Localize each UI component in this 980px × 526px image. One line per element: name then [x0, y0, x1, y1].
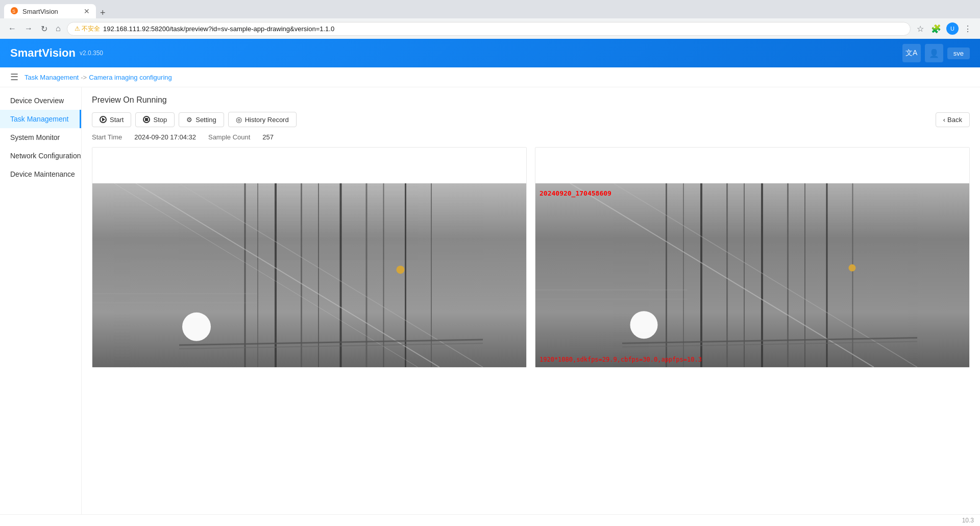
- right-video-frame: 20240920_170458609 1920*1080,sdkfps=29.9…: [535, 183, 969, 367]
- sidebar-label-device-maintenance: Device Maintenance: [10, 170, 75, 178]
- svg-rect-3: [244, 183, 246, 367]
- sidebar: Device Overview Task Management System M…: [0, 87, 82, 514]
- user-icon-btn[interactable]: 👤: [925, 44, 943, 62]
- svg-rect-23: [535, 183, 969, 367]
- stop-button[interactable]: Stop: [135, 112, 175, 127]
- forward-nav-btn[interactable]: →: [22, 22, 35, 35]
- video-grid: 20240920_170458609 1920*1080,sdkfps=29.9…: [92, 147, 970, 368]
- svg-rect-5: [275, 183, 277, 367]
- tab-close-btn[interactable]: ✕: [84, 7, 90, 15]
- stop-icon: [143, 116, 150, 123]
- header-actions: 文A 👤 sve: [902, 44, 970, 62]
- setting-button[interactable]: ⚙ Setting: [179, 112, 224, 127]
- security-indicator: ⚠ 不安全: [75, 25, 100, 33]
- svg-point-37: [630, 311, 658, 339]
- history-label: History Record: [245, 116, 289, 124]
- sample-count-label: Sample Count: [208, 133, 250, 141]
- right-video-panel: 20240920_170458609 1920*1080,sdkfps=29.9…: [535, 147, 970, 368]
- svg-rect-26: [700, 183, 702, 367]
- browser-chrome: S SmartVision ✕ + ← → ↻ ⌂ ⚠ 不安全 192.168.…: [0, 0, 980, 39]
- extension-btn[interactable]: 🧩: [929, 22, 943, 36]
- sidebar-item-device-overview[interactable]: Device Overview: [0, 91, 81, 110]
- reload-btn[interactable]: ↻: [39, 22, 50, 36]
- start-time-value: 2024-09-20 17:04:32: [134, 133, 196, 141]
- sidebar-item-system-monitor[interactable]: System Monitor: [0, 128, 81, 147]
- left-video-panel: [92, 147, 527, 368]
- tab-bar: S SmartVision ✕ +: [0, 0, 980, 18]
- sidebar-item-task-management[interactable]: Task Management: [0, 110, 81, 128]
- back-button[interactable]: ‹ Back: [936, 112, 970, 127]
- sidebar-label-device-overview: Device Overview: [10, 97, 64, 105]
- svg-rect-27: [726, 183, 728, 367]
- breadcrumb-current[interactable]: Camera imaging configuring: [89, 74, 172, 81]
- app-name: SmartVision: [10, 46, 76, 60]
- svg-rect-12: [431, 183, 432, 367]
- svg-rect-10: [383, 183, 384, 367]
- back-label: Back: [947, 116, 962, 124]
- right-video-stats: 1920*1080,sdkfps=29.9,cbfps=30.0,appfps=…: [540, 356, 702, 363]
- sidebar-label-system-monitor: System Monitor: [10, 133, 60, 141]
- svg-rect-7: [318, 183, 319, 367]
- user-avatar-icon: 👤: [929, 49, 939, 58]
- history-record-button[interactable]: ◎ History Record: [228, 112, 297, 127]
- svg-rect-6: [301, 183, 302, 367]
- sidebar-item-device-maintenance[interactable]: Device Maintenance: [0, 165, 81, 183]
- svg-point-36: [849, 265, 856, 272]
- history-icon: ◎: [236, 115, 242, 124]
- browser-action-buttons: ☆ 🧩 U ⋮: [915, 22, 974, 36]
- setting-label: Setting: [195, 116, 216, 124]
- svg-point-16: [397, 266, 405, 274]
- app-header: SmartVision v2.0.350 文A 👤 sve: [0, 39, 980, 67]
- start-time-label: Start Time: [92, 133, 122, 141]
- page-footer: 10.3: [0, 514, 980, 526]
- stop-label: Stop: [153, 116, 167, 124]
- app-logo: SmartVision v2.0.350: [10, 46, 103, 60]
- address-input[interactable]: ⚠ 不安全 192.168.111.92:58200/task/preview?…: [67, 22, 911, 36]
- bookmark-btn[interactable]: ☆: [915, 22, 926, 36]
- right-video-timestamp: 20240920_170458609: [540, 189, 611, 197]
- svg-rect-11: [405, 183, 406, 367]
- sidebar-label-network-configuration: Network Configuration: [10, 152, 81, 160]
- tab-title: SmartVision: [22, 8, 80, 15]
- footer-version: 10.3: [962, 517, 974, 524]
- translate-btn[interactable]: 文A: [902, 44, 921, 62]
- sidebar-toggle-btn[interactable]: ☰: [10, 71, 18, 83]
- svg-rect-24: [666, 183, 667, 367]
- breadcrumb-separator: ->: [81, 74, 87, 81]
- svg-rect-28: [744, 183, 745, 367]
- new-tab-btn[interactable]: +: [96, 8, 110, 18]
- app-version: v2.0.350: [80, 50, 103, 57]
- back-chevron-icon: ‹: [943, 116, 945, 124]
- url-text: 192.168.111.92:58200/task/preview?id=sv-…: [103, 25, 334, 33]
- left-video-frame: [92, 183, 526, 367]
- breadcrumb-bar: ☰ Task Management -> Camera imaging conf…: [0, 67, 980, 87]
- user-label-btn[interactable]: sve: [947, 47, 970, 59]
- sidebar-item-network-configuration[interactable]: Network Configuration: [0, 147, 81, 165]
- profile-btn[interactable]: U: [946, 22, 959, 35]
- info-bar: Start Time 2024-09-20 17:04:32 Sample Co…: [92, 133, 970, 141]
- svg-rect-4: [257, 183, 258, 367]
- svg-rect-29: [761, 183, 763, 367]
- page-title: Preview On Running: [92, 95, 970, 105]
- svg-text:S: S: [12, 9, 15, 14]
- menu-btn[interactable]: ⋮: [962, 22, 974, 36]
- svg-rect-25: [683, 183, 684, 367]
- main-content: Preview On Running Start Stop ⚙ Setting: [82, 87, 980, 514]
- start-label: Start: [110, 116, 124, 124]
- svg-rect-8: [340, 183, 342, 367]
- address-bar-row: ← → ↻ ⌂ ⚠ 不安全 192.168.111.92:58200/task/…: [0, 18, 980, 39]
- left-video-placeholder: [92, 148, 526, 183]
- sample-count-value: 257: [262, 133, 274, 141]
- right-video-placeholder: [535, 148, 969, 183]
- sidebar-label-task-management: Task Management: [10, 115, 68, 123]
- svg-rect-9: [366, 183, 368, 367]
- back-nav-btn[interactable]: ←: [6, 22, 18, 35]
- active-tab[interactable]: S SmartVision ✕: [4, 4, 96, 18]
- app-container: SmartVision v2.0.350 文A 👤 sve ☰ Task Man…: [0, 39, 980, 526]
- tab-favicon: S: [10, 7, 18, 16]
- start-button[interactable]: Start: [92, 112, 131, 127]
- breadcrumb-root[interactable]: Task Management: [24, 74, 79, 81]
- start-icon: [100, 116, 107, 123]
- svg-point-17: [182, 313, 211, 341]
- home-btn[interactable]: ⌂: [54, 22, 63, 35]
